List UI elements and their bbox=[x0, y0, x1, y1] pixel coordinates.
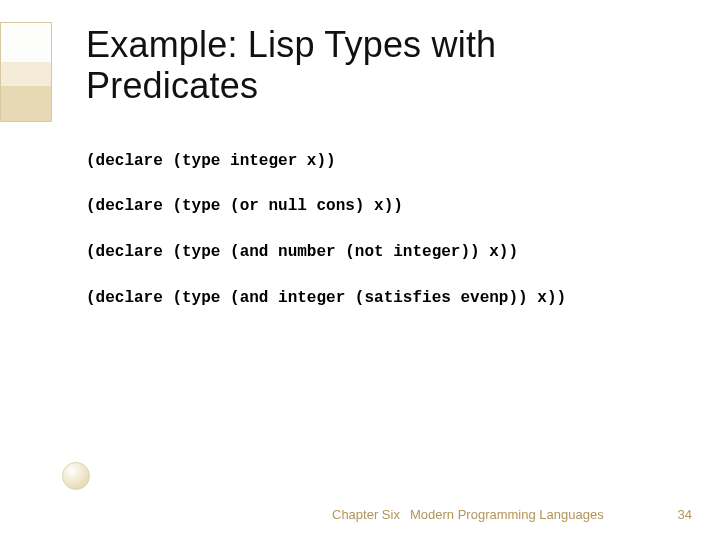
code-line: (declare (type integer x)) bbox=[86, 151, 672, 173]
slide-title: Example: Lisp Types with Predicates bbox=[86, 24, 672, 107]
code-line: (declare (type (and number (not integer)… bbox=[86, 242, 672, 264]
code-line: (declare (type (or null cons) x)) bbox=[86, 196, 672, 218]
footer-chapter: Chapter Six bbox=[332, 507, 400, 522]
slide-content: Example: Lisp Types with Predicates (dec… bbox=[0, 0, 720, 540]
code-block: (declare (type integer x)) (declare (typ… bbox=[86, 151, 672, 309]
footer-page-number: 34 bbox=[678, 507, 692, 522]
footer-book: Modern Programming Languages bbox=[410, 507, 604, 522]
code-line: (declare (type (and integer (satisfies e… bbox=[86, 288, 672, 310]
